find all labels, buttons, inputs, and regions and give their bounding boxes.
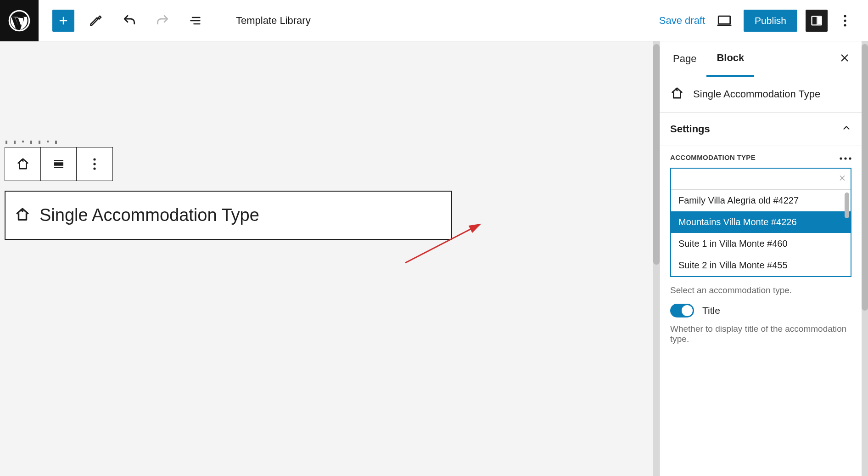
edit-tools-button[interactable] <box>85 10 107 32</box>
svg-point-5 <box>844 19 846 22</box>
block-align-button[interactable] <box>41 147 77 181</box>
add-block-button[interactable] <box>52 10 74 32</box>
editor-canvas[interactable]: Single Accommodation Type <box>0 41 653 476</box>
svg-point-9 <box>93 163 95 165</box>
workspace: Single Accommodation Type Page Block <box>0 41 868 476</box>
field-options-button[interactable] <box>840 153 851 161</box>
block-more-button[interactable] <box>77 147 112 181</box>
accommodation-type-block[interactable]: Single Accommodation Type <box>5 191 452 240</box>
home-icon <box>15 207 30 224</box>
settings-panel-header[interactable]: Settings <box>660 113 862 146</box>
accommodation-type-search-input[interactable] <box>671 169 851 190</box>
tab-page[interactable]: Page <box>663 42 706 76</box>
block-placeholder-title: Single Accommodation Type <box>39 205 259 225</box>
accommodation-type-combobox[interactable]: Family Villa Alegria old #4227 Mountains… <box>670 168 851 277</box>
svg-point-13 <box>844 157 846 159</box>
settings-panel-toggle[interactable] <box>806 10 828 32</box>
accommodation-type-label: ACCOMMODATION TYPE <box>670 153 756 161</box>
page-scrollbar[interactable] <box>862 41 868 476</box>
options-scrollbar-thumb[interactable] <box>845 193 849 218</box>
home-icon <box>670 86 684 102</box>
svg-rect-7 <box>54 162 63 166</box>
svg-point-8 <box>93 158 95 160</box>
svg-point-6 <box>844 24 846 26</box>
clear-input-button[interactable] <box>839 174 846 184</box>
svg-rect-3 <box>818 17 821 24</box>
accommodation-type-field-header: ACCOMMODATION TYPE <box>660 146 862 168</box>
sidebar-block-name: Single Accommodation Type <box>693 88 820 100</box>
undo-button[interactable] <box>118 10 140 32</box>
block-identification: Single Accommodation Type <box>660 76 862 113</box>
publish-button[interactable]: Publish <box>744 10 797 32</box>
accommodation-type-options-list: Family Villa Alegria old #4227 Mountains… <box>671 190 851 276</box>
chevron-up-icon <box>841 123 851 136</box>
document-overview-button[interactable] <box>185 10 207 32</box>
accommodation-option[interactable]: Suite 1 in Villa Monte #460 <box>671 233 851 255</box>
inspector-sidebar: Page Block Single Accommodation Type Set… <box>660 41 862 476</box>
title-toggle-help-text: Whether to display title of the accommod… <box>660 319 862 348</box>
tab-block[interactable]: Block <box>706 41 754 77</box>
close-sidebar-button[interactable] <box>830 53 859 65</box>
block-resize-handles <box>6 141 57 144</box>
block-toolbar <box>5 147 113 181</box>
settings-heading-text: Settings <box>670 123 710 135</box>
toolbar-right-group: Save draft Publish <box>659 10 868 32</box>
title-toggle-row: Title <box>660 299 862 319</box>
options-menu-button[interactable] <box>836 10 854 32</box>
wordpress-logo[interactable] <box>0 0 39 41</box>
editor-topbar: Template Library Save draft Publish <box>0 0 868 41</box>
accommodation-type-help-text: Select an accommodation type. <box>660 277 862 299</box>
preview-button[interactable] <box>713 10 735 32</box>
svg-point-12 <box>840 157 842 159</box>
svg-point-14 <box>849 157 851 159</box>
svg-rect-1 <box>718 16 730 24</box>
title-toggle[interactable] <box>670 304 694 317</box>
save-draft-button[interactable]: Save draft <box>659 15 705 27</box>
redo-button[interactable] <box>151 10 174 32</box>
svg-point-4 <box>844 15 846 17</box>
template-library-label[interactable]: Template Library <box>236 15 311 27</box>
accommodation-option[interactable]: Suite 2 in Villa Monte #455 <box>671 255 851 276</box>
page-scrollbar-thumb[interactable] <box>862 44 868 311</box>
svg-point-10 <box>93 167 95 170</box>
toolbar-left-group: Template Library <box>39 10 325 32</box>
canvas-scrollbar[interactable] <box>653 41 660 476</box>
sidebar-tabs: Page Block <box>660 41 862 76</box>
canvas-scrollbar-thumb[interactable] <box>653 44 660 265</box>
block-type-button[interactable] <box>5 147 41 181</box>
title-toggle-label: Title <box>702 305 720 316</box>
accommodation-option[interactable]: Mountains Villa Monte #4226 <box>671 211 851 233</box>
accommodation-option[interactable]: Family Villa Alegria old #4227 <box>671 190 851 211</box>
